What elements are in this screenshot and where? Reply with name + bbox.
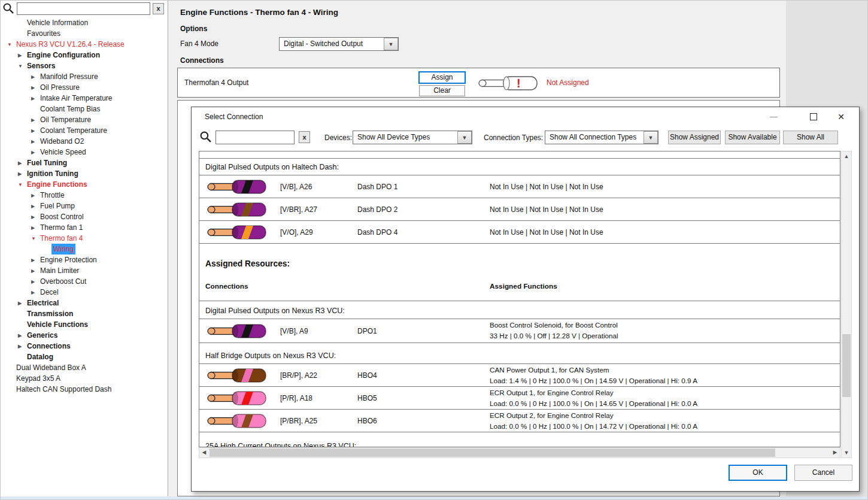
tree-item-nexus-r3-vcu-v1-26-4-release[interactable]: ▼Nexus R3 VCU V1.26.4 - Release [1, 39, 168, 50]
sidebar-search-input[interactable] [17, 2, 150, 15]
connection-row[interactable]: [V/B], A26 Dash DPO 1 Not In Use | Not I… [199, 175, 840, 198]
tree-item-boost-control[interactable]: ▶Boost Control [1, 211, 168, 222]
dialog-search-clear-button[interactable]: x [299, 131, 310, 143]
tree-item-datalog[interactable]: Datalog [1, 351, 168, 362]
horizontal-scrollbar[interactable]: ◄ ► [199, 447, 840, 458]
clear-button[interactable]: Clear [419, 85, 465, 96]
tree-item-overboost-cut[interactable]: ▶Overboost Cut [1, 276, 168, 287]
devices-dropdown[interactable]: Show All Device Types ▼ [353, 131, 472, 144]
connection-row[interactable]: [V/O], A29 Dash DPO 4 Not In Use | Not I… [199, 221, 840, 244]
connection-row[interactable]: [V/B], A9 DPO1 Boost Control Solenoid, f… [199, 319, 840, 343]
tree-collapsed-icon[interactable]: ▶ [31, 266, 35, 277]
close-button[interactable]: ✕ [831, 110, 851, 124]
tree-collapsed-icon[interactable]: ▶ [31, 212, 35, 223]
chevron-down-icon[interactable]: ▼ [644, 131, 658, 144]
tree-collapsed-icon[interactable]: ▶ [31, 72, 35, 83]
cancel-button[interactable]: Cancel [794, 465, 852, 481]
tree-expanded-icon[interactable]: ▼ [18, 180, 23, 190]
tree-item-connections[interactable]: ▶Connections [1, 341, 168, 351]
tree-item-decel[interactable]: ▶Decel [1, 287, 168, 298]
tree-item-thermo-fan-4[interactable]: ▼Thermo fan 4 [1, 233, 168, 244]
tree-item-keypad-3x5-a[interactable]: Keypad 3x5 A [1, 373, 168, 384]
section-header-label: Digital Pulsed Outputs on Nexus R3 VCU: [205, 307, 345, 315]
tree-item-fuel-tuning[interactable]: ▶Fuel Tuning [1, 157, 168, 168]
tree-item-wideband-o2[interactable]: ▶Wideband O2 [1, 136, 168, 147]
tree-collapsed-icon[interactable]: ▶ [31, 115, 35, 126]
connection-row[interactable]: [P/BR], A25 HBO6 ECR Output 2, for Engin… [199, 410, 840, 432]
tree-collapsed-icon[interactable]: ▶ [18, 169, 22, 180]
tree-item-vehicle-functions[interactable]: Vehicle Functions [1, 319, 168, 330]
tree-item-generics[interactable]: ▶Generics [1, 330, 168, 341]
tree-item-oil-pressure[interactable]: ▶Oil Pressure [1, 82, 168, 93]
scroll-up-arrow[interactable]: ▲ [842, 151, 851, 161]
tree-item-coolant-temperature[interactable]: ▶Coolant Temperature [1, 125, 168, 136]
status-badge: Not Assigned [547, 78, 589, 87]
tree-collapsed-icon[interactable]: ▶ [31, 83, 35, 93]
connection-row[interactable]: [V/BR], A27 Dash DPO 2 Not In Use | Not … [199, 198, 840, 221]
tree-item-haltech-can-supported-dash[interactable]: Haltech CAN Supported Dash [1, 384, 168, 395]
show-all-button[interactable]: Show All [783, 131, 838, 144]
connection-types-dropdown[interactable]: Show All Connection Types ▼ [545, 131, 658, 144]
connection-row[interactable]: [P/R], A18 HBO5 ECR Output 1, for Engine… [199, 387, 840, 410]
tree-collapsed-icon[interactable]: ▶ [18, 298, 22, 309]
tree-item-throttle[interactable]: ▶Throttle [1, 190, 168, 201]
tree-collapsed-icon[interactable]: ▶ [31, 223, 35, 234]
tree-collapsed-icon[interactable]: ▶ [18, 158, 22, 169]
tree-collapsed-icon[interactable]: ▶ [31, 277, 35, 287]
tree-item-wiring[interactable]: Wiring [1, 244, 168, 254]
minimize-button[interactable] [763, 110, 784, 124]
tree-item-dual-wideband-box-a[interactable]: Dual Wideband Box A [1, 362, 168, 373]
tree-item-sensors[interactable]: ▼Sensors [1, 60, 168, 71]
tree-collapsed-icon[interactable]: ▶ [31, 201, 35, 212]
maximize-button[interactable] [803, 110, 824, 124]
vertical-scrollbar-thumb[interactable] [842, 334, 851, 397]
tree-collapsed-icon[interactable]: ▶ [31, 93, 35, 104]
tree-collapsed-icon[interactable]: ▶ [18, 341, 22, 352]
tree-collapsed-icon[interactable]: ▶ [31, 190, 35, 201]
tree-item-favourites[interactable]: Favourites [1, 28, 168, 39]
scroll-down-arrow[interactable]: ▼ [842, 448, 851, 457]
scroll-left-arrow[interactable]: ◄ [199, 448, 209, 457]
tree-item-engine-configuration[interactable]: ▶Engine Configuration [1, 50, 168, 60]
tree-collapsed-icon[interactable]: ▶ [31, 287, 35, 298]
connection-row[interactable]: [BR/P], A22 HBO4 CAN Power Output 1, for… [199, 364, 840, 387]
tree-collapsed-icon[interactable]: ▶ [31, 147, 35, 158]
show-assigned-button[interactable]: Show Assigned [668, 131, 721, 144]
fan-mode-dropdown[interactable]: Digital - Switched Output ▼ [279, 37, 399, 51]
tree-item-coolant-temp-bias[interactable]: Coolant Temp Bias [1, 104, 168, 114]
tree-item-manifold-pressure[interactable]: ▶Manifold Pressure [1, 71, 168, 82]
tree-item-vehicle-information[interactable]: Vehicle Information [1, 17, 168, 28]
horizontal-scrollbar-thumb[interactable] [210, 449, 775, 457]
tree-item-oil-temperature[interactable]: ▶Oil Temperature [1, 114, 168, 125]
tree-item-ignition-tuning[interactable]: ▶Ignition Tuning [1, 168, 168, 179]
tree-expanded-icon[interactable]: ▼ [7, 40, 12, 50]
chevron-down-icon[interactable]: ▼ [457, 131, 472, 144]
tree-collapsed-icon[interactable]: ▶ [31, 137, 35, 147]
tree-item-transmission[interactable]: Transmission [1, 308, 168, 319]
tree-collapsed-icon[interactable]: ▶ [18, 50, 22, 61]
tree-item-engine-protection[interactable]: ▶Engine Protection [1, 254, 168, 265]
tree-item-main-limiter[interactable]: ▶Main Limiter [1, 265, 168, 276]
chevron-down-icon[interactable]: ▼ [384, 38, 398, 50]
dialog-search-input[interactable] [216, 131, 295, 144]
tree-item-vehicle-speed[interactable]: ▶Vehicle Speed [1, 147, 168, 157]
tree-collapsed-icon[interactable]: ▶ [31, 255, 35, 266]
tree-expanded-icon[interactable]: ▼ [31, 234, 36, 244]
wire-icon [205, 201, 267, 218]
sidebar-search-clear-button[interactable]: x [153, 3, 164, 14]
tree-collapsed-icon[interactable]: ▶ [31, 126, 35, 137]
tree-item-engine-functions[interactable]: ▼Engine Functions [1, 179, 168, 190]
show-available-button[interactable]: Show Available [725, 131, 780, 144]
tree-item-fuel-pump[interactable]: ▶Fuel Pump [1, 201, 168, 211]
scroll-right-arrow[interactable]: ► [830, 448, 840, 457]
thermofan-output-label: Thermofan 4 Output [184, 78, 248, 87]
tree-item-intake-air-temperature[interactable]: ▶Intake Air Temperature [1, 93, 168, 104]
tree-collapsed-icon[interactable]: ▶ [18, 331, 22, 341]
assign-button[interactable]: Assign [418, 71, 466, 84]
tree-item-electrical[interactable]: ▶Electrical [1, 298, 168, 308]
tree-expanded-icon[interactable]: ▼ [18, 61, 23, 72]
tree-item-label: Vehicle Functions [27, 319, 88, 330]
ok-button[interactable]: OK [729, 465, 787, 481]
tree-item-thermo-fan-1[interactable]: ▶Thermo fan 1 [1, 222, 168, 233]
vertical-scrollbar[interactable]: ▲ ▼ [841, 151, 852, 458]
